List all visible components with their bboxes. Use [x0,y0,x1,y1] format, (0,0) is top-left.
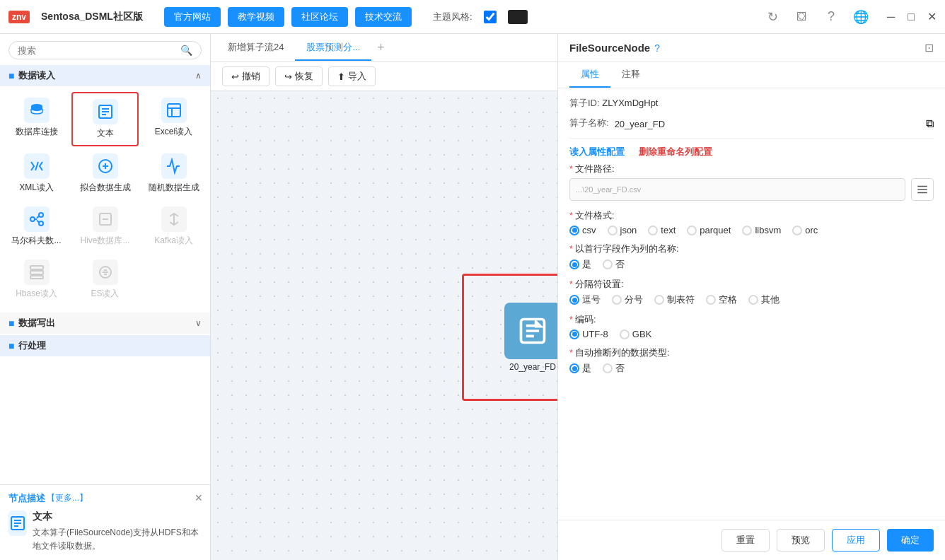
sep-space[interactable]: 空格 [706,293,737,306]
sep-space-label: 空格 [719,293,737,306]
algo-id-value: ZLYXmDgHpt [602,98,658,108]
sep-other-radio[interactable] [748,295,758,305]
sep-semicolon-radio[interactable] [612,295,622,305]
sep-tab-radio[interactable] [654,295,664,305]
sep-comma[interactable]: 逗号 [569,293,601,306]
search-bar[interactable]: 🔍 [8,41,202,59]
markov-label: 马尔科夫数... [11,235,61,247]
theme-dark-box[interactable] [508,10,528,24]
auto-detect-no[interactable]: 否 [603,362,625,375]
sidebar-item-xml[interactable]: XML读入 [3,148,70,199]
enc-utf8-radio[interactable] [569,329,579,339]
node-desc-more-link[interactable]: 【更多...】 [47,492,88,504]
minimize-btn[interactable]: ─ [887,11,895,23]
sep-other[interactable]: 其他 [748,293,779,306]
props-close-btn[interactable]: ⊡ [924,41,934,54]
reset-btn[interactable]: 重置 [721,529,770,552]
help-icon[interactable]: ? [828,9,835,24]
nav-btn-forum[interactable]: 社区论坛 [291,7,348,27]
sep-comma-radio[interactable] [569,295,579,305]
search-input[interactable] [18,45,180,56]
confirm-btn[interactable]: 确定 [887,529,934,552]
format-csv[interactable]: csv [569,225,596,235]
format-csv-radio[interactable] [569,226,579,235]
tab-new-flow[interactable]: 新增算子流24 [216,35,295,61]
enc-gbk[interactable]: GBK [620,329,651,339]
share-icon[interactable]: ⛋ [796,9,809,24]
theme-checkbox[interactable] [484,11,497,23]
nav-btn-tech[interactable]: 技术交流 [355,7,412,27]
section-data-export[interactable]: ■ 数据写出 ∨ [0,313,210,334]
close-btn[interactable]: ✕ [927,10,937,23]
title-bar: znv Sentosa_DSML社区版 官方网站 教学视频 社区论坛 技术交流 … [0,0,945,34]
canvas-node-label: 20_year_FD [509,362,556,372]
nav-btn-official[interactable]: 官方网站 [164,7,221,27]
section-row-process[interactable]: ■ 行处理 [0,335,210,356]
apply-btn[interactable]: 应用 [832,529,880,552]
file-browse-btn[interactable] [911,178,934,201]
header-yes[interactable]: 是 [569,258,591,271]
file-format-row: * 文件格式: csv json text [569,209,934,235]
sep-space-radio[interactable] [706,295,716,305]
auto-detect-yes[interactable]: 是 [569,362,591,375]
props-help-icon[interactable]: ? [654,42,660,54]
header-no[interactable]: 否 [603,258,625,271]
sidebar-item-db-connect[interactable]: 数据库连接 [3,92,70,146]
preview-btn[interactable]: 预览 [777,529,825,552]
markov-icon [24,206,50,232]
toolbar: ↩ 撤销 ↪ 恢复 ⬆ 导入 [211,62,557,91]
sep-comma-label: 逗号 [582,293,601,306]
format-json-radio[interactable] [608,226,618,235]
format-parquet-radio[interactable] [687,226,697,235]
sep-semicolon[interactable]: 分号 [612,293,643,306]
sidebar-item-markov[interactable]: 马尔科夫数... [3,201,70,252]
globe-icon[interactable]: 🌐 [853,9,869,25]
format-json[interactable]: json [608,225,637,235]
kafka-icon [161,206,187,232]
tab-add-btn[interactable]: + [371,37,390,58]
format-libsvm[interactable]: libsvm [742,225,781,235]
sidebar-item-excel[interactable]: Excel读入 [140,92,207,146]
canvas-area[interactable]: 20_year_FD ‹ [211,91,557,560]
section-data-import[interactable]: ■ 数据读入 ∧ [0,65,210,86]
enc-utf8[interactable]: UTF-8 [569,329,608,339]
undo-btn[interactable]: ↩ 撤销 [222,66,269,86]
tab-stock-predict[interactable]: 股票预测分... [295,35,371,61]
header-no-radio[interactable] [603,259,613,269]
format-libsvm-radio[interactable] [742,226,752,235]
auto-detect-yes-radio[interactable] [569,363,579,373]
format-orc[interactable]: orc [792,225,818,235]
header-yes-radio[interactable] [569,259,579,269]
svg-rect-2 [168,104,180,117]
enc-gbk-radio[interactable] [620,329,630,339]
format-parquet[interactable]: parquet [687,225,731,235]
sidebar-item-text[interactable]: 文本 [71,92,139,146]
copy-name-icon[interactable]: ⧉ [926,117,934,130]
nav-btn-tutorial[interactable]: 教学视频 [228,7,284,27]
format-orc-label: orc [805,225,818,235]
auto-detect-row: * 自动推断列的数据类型: 是 否 [569,346,934,375]
file-format-group: csv json text parquet [569,225,934,235]
sep-tab[interactable]: 制表符 [654,293,695,306]
props-tab-attributes[interactable]: 属性 [569,62,610,88]
format-text[interactable]: text [648,225,676,235]
sidebar-item-random-data[interactable]: 随机数据生成 [140,148,207,199]
sidebar-item-fit-data[interactable]: 拟合数据生成 [71,148,139,199]
maximize-btn[interactable]: □ [908,11,915,23]
props-footer: 重置 预览 应用 确定 [558,520,945,560]
redo-btn[interactable]: ↪ 恢复 [275,66,323,86]
format-orc-radio[interactable] [792,226,802,235]
read-config-title[interactable]: 读入属性配置 [569,146,625,158]
canvas-node-icon-box[interactable] [504,303,557,359]
props-tab-notes[interactable]: 注释 [610,62,651,88]
export-btn[interactable]: ⬆ 导入 [328,66,376,86]
node-desc-name: 文本 [33,511,202,523]
node-desc-close-btn[interactable]: ✕ [195,492,203,503]
format-text-radio[interactable] [648,226,658,235]
es-icon [93,259,118,285]
hive-label: Hive数据库... [80,235,129,247]
file-path-input[interactable]: ...\20_year_FD.csv [569,178,905,201]
refresh-icon[interactable]: ↻ [767,9,778,25]
delete-config-title[interactable]: 删除重命名列配置 [639,146,712,158]
auto-detect-no-radio[interactable] [603,363,613,373]
